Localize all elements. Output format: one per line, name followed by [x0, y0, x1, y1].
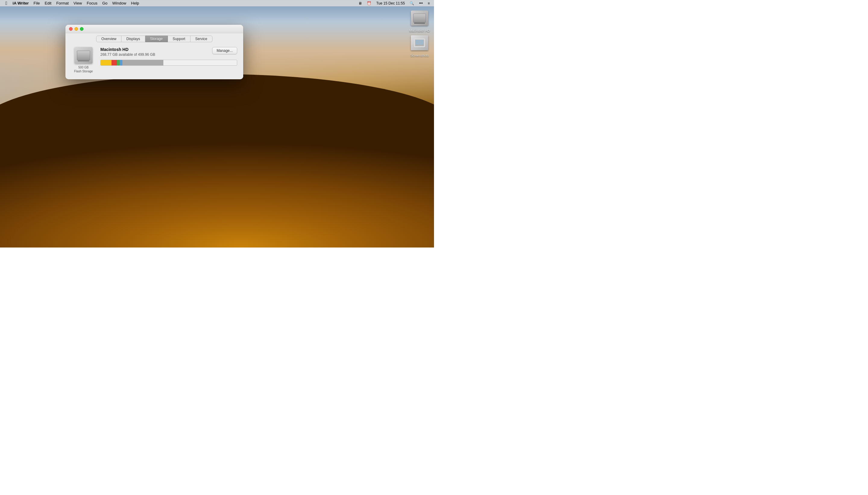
- storage-available-text: 268.77 GB available of 499.96 GB: [100, 52, 155, 57]
- storage-info: Macintosh HD 268.77 GB available of 499.…: [100, 47, 237, 66]
- tab-displays[interactable]: Displays: [121, 36, 145, 42]
- macintosh-hd-label: Macintosh HD: [409, 29, 430, 33]
- storage-bar: [100, 60, 237, 66]
- minimize-button[interactable]: [74, 27, 78, 31]
- dune-shape: [0, 74, 434, 248]
- drive-size: 500 GB: [74, 65, 93, 69]
- bar-segment-docs: [111, 60, 117, 65]
- screenshots-icon-image: [410, 33, 429, 52]
- hd-icon-image: [410, 8, 429, 28]
- time-machine-icon[interactable]: ⏰: [365, 0, 373, 6]
- storage-row: 500 GB Flash Storage Macintosh HD 268.77…: [71, 47, 237, 73]
- screenshot-thumbnail-svg: [414, 39, 425, 47]
- spotlight-icon[interactable]: 🔍: [408, 0, 416, 6]
- menubar-right: 🖥 ⏰ Tue 15 Dec 11:55 🔍 ••• ≡: [357, 0, 432, 6]
- format-menu[interactable]: Format: [54, 0, 71, 6]
- drive-section: 500 GB Flash Storage: [71, 47, 96, 73]
- view-menu[interactable]: View: [71, 0, 84, 6]
- tab-overview[interactable]: Overview: [96, 36, 121, 42]
- close-button[interactable]: [69, 27, 73, 31]
- screenshots-icon-desktop[interactable]: Screenshots: [407, 33, 432, 57]
- screenshots-icon-shape: [411, 35, 428, 50]
- apple-menu[interactable]: : [2, 0, 10, 6]
- bar-segment-system: [122, 60, 163, 65]
- macintosh-hd-icon[interactable]: Macintosh HD: [407, 8, 432, 33]
- maximize-button[interactable]: [80, 27, 84, 31]
- bar-segment-photos: [117, 60, 120, 65]
- svg-rect-2: [415, 40, 424, 45]
- tab-storage[interactable]: Storage: [145, 36, 168, 42]
- tab-support[interactable]: Support: [168, 36, 190, 42]
- drive-type: Flash Storage: [74, 69, 93, 73]
- extras-icon[interactable]: •••: [417, 0, 425, 6]
- tab-bar: Overview Displays Storage Support Servic…: [65, 33, 243, 42]
- help-menu[interactable]: Help: [129, 0, 142, 6]
- bar-segment-apps: [101, 60, 111, 65]
- window-titlebar: [65, 25, 243, 33]
- app-name[interactable]: iA Writer: [10, 0, 31, 6]
- tab-service[interactable]: Service: [190, 36, 212, 42]
- drive-size-label: 500 GB Flash Storage: [74, 65, 93, 73]
- storage-header: Macintosh HD 268.77 GB available of 499.…: [100, 47, 237, 57]
- hd-icon-shape: [411, 11, 428, 25]
- window-content: 500 GB Flash Storage Macintosh HD 268.77…: [65, 42, 243, 79]
- datetime[interactable]: Tue 15 Dec 11:55: [374, 0, 406, 6]
- storage-name-block: Macintosh HD 268.77 GB available of 499.…: [100, 47, 155, 57]
- menubar-left:  iA Writer File Edit Format View Focus …: [2, 0, 357, 6]
- edit-menu[interactable]: Edit: [42, 0, 54, 6]
- storage-drive-name: Macintosh HD: [100, 47, 155, 52]
- focus-menu[interactable]: Focus: [84, 0, 100, 6]
- go-menu[interactable]: Go: [100, 0, 110, 6]
- display-icon[interactable]: 🖥: [357, 0, 364, 6]
- drive-icon-large: [74, 47, 92, 64]
- svg-rect-3: [415, 45, 424, 46]
- bar-segment-free: [163, 60, 237, 65]
- file-menu[interactable]: File: [31, 0, 42, 6]
- window-menu[interactable]: Window: [110, 0, 129, 6]
- menubar:  iA Writer File Edit Format View Focus …: [0, 0, 434, 6]
- traffic-lights: [69, 27, 84, 31]
- notification-center-icon[interactable]: ≡: [426, 0, 432, 6]
- about-this-mac-window: Overview Displays Storage Support Servic…: [65, 25, 243, 79]
- manage-button[interactable]: Manage...: [212, 47, 237, 54]
- bar-segment-other: [120, 60, 122, 65]
- screenshots-label: Screenshots: [410, 54, 429, 57]
